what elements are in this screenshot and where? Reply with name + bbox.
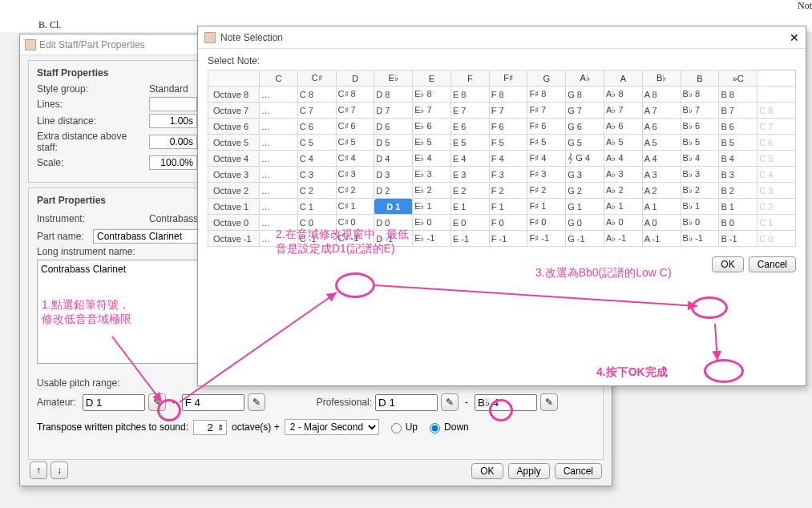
interval-select[interactable]: 2 - Major Second	[285, 419, 379, 435]
note-grid-cell[interactable]: C 6	[297, 119, 336, 135]
note-grid-cell[interactable]: A 2	[642, 183, 681, 199]
note-grid-cell[interactable]: F♯ 4	[527, 151, 566, 167]
octave-count-stepper[interactable]: ⇕	[193, 420, 227, 435]
note-grid-cell[interactable]: C 6	[757, 135, 796, 151]
note-grid-cell[interactable]: C♯ -1	[336, 231, 374, 247]
note-grid-cell[interactable]: D 1	[374, 199, 413, 215]
note-grid-cell[interactable]: F♯ 0	[527, 215, 566, 231]
note-grid-cell[interactable]: …	[260, 167, 298, 183]
note-grid-cell[interactable]: E 4	[450, 151, 489, 167]
note-grid-cell[interactable]: …	[260, 103, 298, 119]
note-grid-cell[interactable]: F 4	[489, 151, 527, 167]
note-grid-cell[interactable]: G 8	[566, 87, 604, 103]
note-grid-cell[interactable]: E♭ 7	[413, 103, 451, 119]
note-grid-cell[interactable]: A 4	[642, 151, 681, 167]
note-grid-cell[interactable]: F 6	[489, 119, 527, 135]
note-grid-cell[interactable]: C 0	[757, 231, 796, 247]
note-grid-cell[interactable]: B 8	[719, 87, 757, 103]
note-grid-cell[interactable]: B♭ -1	[681, 231, 719, 247]
note-grid-cell[interactable]: A 8	[642, 87, 681, 103]
note-grid-cell[interactable]: …	[260, 119, 298, 135]
note-grid-cell[interactable]: F 7	[489, 103, 527, 119]
note-grid-cell[interactable]: F 5	[489, 135, 527, 151]
note-grid-cell[interactable]: F -1	[489, 231, 527, 247]
apply-button[interactable]: Apply	[508, 463, 550, 479]
note-grid-cell[interactable]: C 1	[757, 215, 796, 231]
note-grid-cell[interactable]: A♭ 0	[604, 215, 643, 231]
professional-high-edit-button[interactable]: ✎	[540, 393, 558, 411]
note-grid-cell[interactable]: E 1	[450, 199, 489, 215]
note-grid-cell[interactable]: G 5	[566, 135, 604, 151]
note-grid-cell[interactable]: D 0	[374, 215, 413, 231]
note-grid-cell[interactable]: C 2	[297, 183, 336, 199]
note-grid-cell[interactable]: C♯ 3	[336, 167, 374, 183]
note-grid-cell[interactable]: E♭ 2	[413, 183, 451, 199]
amateur-low-edit-button[interactable]: ✎	[148, 393, 166, 411]
note-grid-cell[interactable]: F♯ 3	[527, 167, 566, 183]
note-ok-button[interactable]: OK	[712, 256, 743, 272]
note-grid-cell[interactable]: E 5	[450, 135, 489, 151]
note-grid-cell[interactable]: E 0	[450, 215, 489, 231]
professional-low-field[interactable]	[375, 394, 438, 411]
note-grid-cell[interactable]: F 8	[489, 87, 527, 103]
note-grid-cell[interactable]: B♭ 4	[681, 151, 719, 167]
note-grid-cell[interactable]: B♭ 7	[681, 103, 719, 119]
note-grid-cell[interactable]: E -1	[450, 231, 489, 247]
note-grid-cell[interactable]: A♭ 8	[604, 87, 643, 103]
note-grid-cell[interactable]: D 4	[374, 151, 413, 167]
note-grid-cell[interactable]: F 1	[489, 199, 527, 215]
note-grid-cell[interactable]: A♭ 3	[604, 167, 643, 183]
note-grid-cell[interactable]	[757, 87, 796, 103]
note-grid-cell[interactable]: B 2	[719, 183, 757, 199]
note-grid-cell[interactable]: F 3	[489, 167, 527, 183]
note-grid-cell[interactable]: E 8	[450, 87, 489, 103]
note-grid-cell[interactable]: …	[260, 215, 298, 231]
note-grid-cell[interactable]: C 7	[757, 119, 796, 135]
note-grid-cell[interactable]: C♯ 0	[336, 215, 374, 231]
note-grid-cell[interactable]: C 4	[297, 151, 336, 167]
note-grid-cell[interactable]: G 1	[566, 199, 604, 215]
note-grid-cell[interactable]: …	[260, 151, 298, 167]
note-grid-cell[interactable]: A♭ 7	[604, 103, 643, 119]
note-grid-cell[interactable]: F♯ 1	[527, 199, 566, 215]
note-grid-cell[interactable]: C♯ 5	[336, 135, 374, 151]
note-grid-cell[interactable]: A -1	[642, 231, 681, 247]
note-grid-cell[interactable]: B♭ 6	[681, 119, 719, 135]
note-grid-cell[interactable]: E♭ 0	[413, 215, 451, 231]
professional-low-edit-button[interactable]: ✎	[441, 393, 459, 411]
note-grid-cell[interactable]: F 2	[489, 183, 527, 199]
note-grid-cell[interactable]: C 8	[297, 87, 336, 103]
note-grid-cell[interactable]: E 7	[450, 103, 489, 119]
extra-distance-field[interactable]	[149, 135, 197, 149]
up-radio[interactable]	[391, 423, 402, 433]
note-grid-cell[interactable]: E 3	[450, 167, 489, 183]
amateur-high-field[interactable]	[182, 394, 244, 411]
note-grid-cell[interactable]: B♭ 1	[681, 199, 719, 215]
note-grid-cell[interactable]: …	[260, 135, 298, 151]
note-grid-cell[interactable]: F♯ 2	[527, 183, 566, 199]
note-grid-cell[interactable]: B♭ 3	[681, 167, 719, 183]
note-grid-cell[interactable]: E♭ 6	[413, 119, 451, 135]
note-grid-cell[interactable]: A 7	[642, 103, 681, 119]
note-grid-cell[interactable]: C -1	[297, 231, 336, 247]
move-down-button[interactable]: ↓	[50, 462, 68, 479]
note-grid-cell[interactable]: B♭ 2	[681, 183, 719, 199]
note-grid-cell[interactable]: F 0	[489, 215, 527, 231]
note-grid-cell[interactable]: A 0	[642, 215, 681, 231]
note-grid-cell[interactable]: D 7	[374, 103, 413, 119]
note-grid-cell[interactable]: F♯ 6	[527, 119, 566, 135]
note-grid-cell[interactable]: G 6	[566, 119, 604, 135]
note-grid-cell[interactable]: G -1	[566, 231, 604, 247]
note-grid-cell[interactable]: E 6	[450, 119, 489, 135]
note-grid-cell[interactable]: B♭ 5	[681, 135, 719, 151]
note-grid-cell[interactable]: F♯ 8	[527, 87, 566, 103]
note-grid-cell[interactable]: A 1	[642, 199, 681, 215]
note-selection-titlebar[interactable]: Note Selection ✕	[198, 26, 806, 49]
note-grid-cell[interactable]: A♭ -1	[604, 231, 643, 247]
note-grid-cell[interactable]: C 5	[297, 135, 336, 151]
note-grid-cell[interactable]: B 4	[719, 151, 757, 167]
note-grid-cell[interactable]: …	[260, 183, 298, 199]
note-cancel-button[interactable]: Cancel	[749, 256, 796, 272]
note-grid-cell[interactable]: C 5	[757, 151, 796, 167]
note-grid-cell[interactable]: E♭ 3	[413, 167, 451, 183]
